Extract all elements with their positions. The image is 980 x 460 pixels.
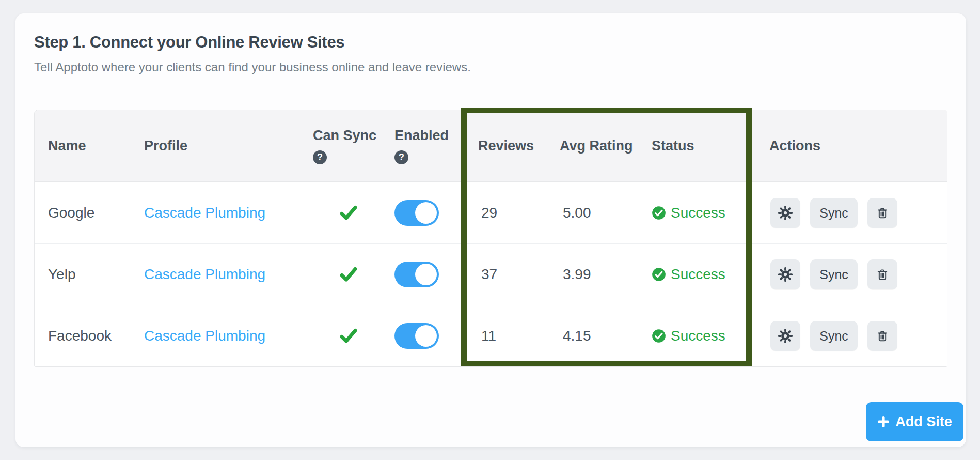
trash-icon [875, 206, 890, 220]
delete-button[interactable] [867, 321, 897, 351]
settings-button[interactable] [770, 321, 800, 351]
avg-rating-value: 4.15 [560, 328, 652, 344]
toggle-knob [415, 264, 437, 285]
header-enabled: Enabled [394, 128, 449, 144]
can-sync-check-icon [340, 328, 394, 344]
trash-icon [875, 267, 890, 282]
add-site-label: Add Site [895, 414, 952, 430]
can-sync-check-icon [340, 267, 394, 282]
sync-button[interactable]: Sync [810, 259, 858, 289]
plus-icon [877, 416, 890, 428]
site-name: Facebook [35, 328, 144, 344]
toggle-knob [415, 202, 437, 224]
avg-rating-value: 5.00 [560, 205, 652, 221]
delete-button[interactable] [867, 259, 897, 289]
header-name: Name [35, 138, 144, 154]
delete-button[interactable] [867, 198, 897, 228]
header-reviews: Reviews [478, 138, 560, 154]
sync-button[interactable]: Sync [810, 321, 858, 351]
add-site-button[interactable]: Add Site [866, 402, 963, 441]
settings-button[interactable] [770, 198, 800, 228]
avg-rating-value: 3.99 [560, 266, 652, 283]
table-row: Google Cascade Plumbing 29 5.00 Success … [35, 182, 947, 243]
gear-icon [778, 328, 793, 344]
can-sync-help-icon[interactable]: ? [313, 150, 327, 164]
enabled-help-icon[interactable]: ? [394, 150, 408, 164]
status-text: Success [671, 328, 725, 344]
profile-link[interactable]: Cascade Plumbing [144, 266, 265, 282]
status-badge: Success [652, 266, 769, 283]
header-avg-rating: Avg Rating [560, 138, 652, 154]
enabled-toggle[interactable] [394, 323, 439, 349]
profile-link[interactable]: Cascade Plumbing [144, 328, 265, 344]
reviews-count: 29 [478, 205, 560, 221]
can-sync-check-icon [340, 205, 394, 221]
enabled-toggle[interactable] [394, 200, 439, 226]
status-badge: Success [652, 328, 769, 344]
page-subtitle: Tell Apptoto where your clients can find… [34, 60, 471, 74]
header-profile: Profile [144, 138, 313, 154]
enabled-toggle[interactable] [394, 262, 439, 287]
toggle-knob [415, 325, 437, 347]
profile-link[interactable]: Cascade Plumbing [144, 205, 265, 221]
site-name: Google [35, 205, 144, 221]
gear-icon [778, 205, 793, 221]
header-status: Status [652, 138, 769, 154]
settings-button[interactable] [770, 259, 800, 289]
table-row: Yelp Cascade Plumbing 37 3.99 Success Sy… [35, 243, 947, 305]
status-text: Success [671, 266, 725, 283]
page-title: Step 1. Connect your Online Review Sites [34, 33, 344, 52]
trash-icon [875, 329, 890, 343]
status-badge: Success [652, 205, 769, 221]
table-row: Facebook Cascade Plumbing 11 4.15 Succes… [35, 305, 947, 366]
status-text: Success [671, 205, 725, 221]
success-check-icon [652, 206, 666, 220]
reviews-count: 37 [478, 266, 560, 283]
content-card: Step 1. Connect your Online Review Sites… [15, 13, 966, 447]
header-can-sync: Can Sync [313, 128, 376, 144]
header-actions: Actions [769, 138, 947, 154]
gear-icon [778, 267, 793, 282]
review-sites-table: Name Profile Can Sync ? Enabled ? Review… [34, 110, 947, 367]
reviews-count: 11 [478, 328, 560, 344]
site-name: Yelp [35, 266, 144, 283]
success-check-icon [652, 267, 666, 282]
success-check-icon [652, 329, 666, 343]
sync-button[interactable]: Sync [810, 198, 858, 228]
table-header-row: Name Profile Can Sync ? Enabled ? Review… [35, 110, 947, 182]
